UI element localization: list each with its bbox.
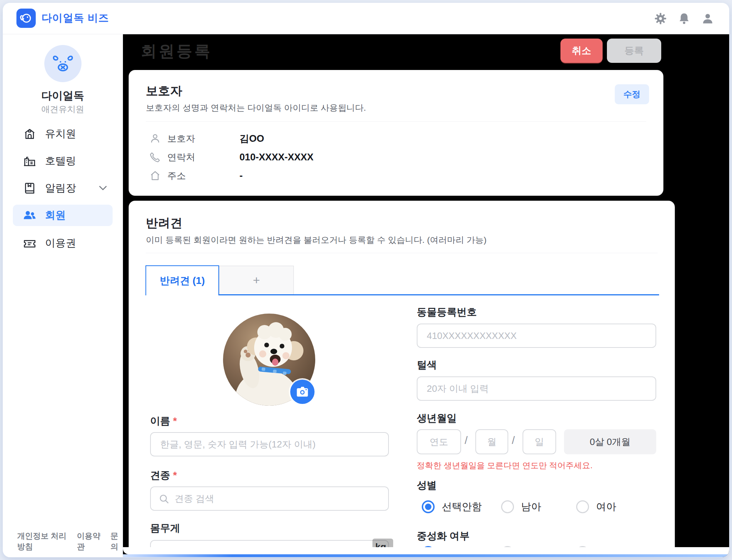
tab-underline xyxy=(219,294,659,295)
radio-icon xyxy=(501,500,514,513)
sidebar-item-label: 회원 xyxy=(45,208,66,222)
fur-color-label: 털색 xyxy=(417,358,437,372)
birth-day-input[interactable] xyxy=(523,429,556,454)
app-logo-icon xyxy=(16,9,36,28)
terms-link[interactable]: 이용약관 xyxy=(77,531,101,552)
sidebar-item-notes[interactable]: 알림장 xyxy=(13,178,113,199)
business-type: 애견유치원 xyxy=(3,104,123,115)
notifications-bell-icon[interactable] xyxy=(678,12,691,25)
breed-label: 견종* xyxy=(150,469,177,482)
topbar: 다이얼독 비즈 xyxy=(3,3,729,34)
window-bottom-edge xyxy=(123,547,729,554)
guardian-card: 보호자 보호자의 성명과 연락처는 다이얼독 아이디로 사용됩니다. 수정 보호… xyxy=(129,70,663,196)
guardian-info-rows: 보호자 김OO 연락처 010-XXXX-XXXX 주소 - xyxy=(146,129,646,185)
sidebar: 다이얼독 애견유치원 유치원 호텔링 xyxy=(3,34,123,557)
ticket-icon xyxy=(23,236,36,250)
guardian-name-row: 보호자 김OO xyxy=(146,129,646,148)
birthdate-label: 생년월일 xyxy=(417,411,457,425)
business-name: 다이얼독 xyxy=(3,89,123,103)
gender-option-male[interactable]: 남아 xyxy=(501,500,541,514)
window-bottom-glow xyxy=(123,554,729,557)
dog-card: 반려견 이미 등록된 회원이라면 원하는 반려견을 불러오거나 등록할 수 있습… xyxy=(129,201,675,555)
brand: 다이얼독 비즈 xyxy=(16,9,109,28)
guardian-phone-row: 연락처 010-XXXX-XXXX xyxy=(146,148,646,166)
business-avatar xyxy=(44,45,81,82)
sidebar-item-label: 알림장 xyxy=(45,181,76,195)
sidebar-item-passes[interactable]: 이용권 xyxy=(13,233,113,254)
page-title: 회원등록 xyxy=(141,41,212,62)
sidebar-item-kindergarten[interactable]: 유치원 xyxy=(13,124,113,144)
topbar-icons xyxy=(654,3,714,34)
birth-month-input[interactable] xyxy=(475,429,508,454)
upload-photo-button[interactable] xyxy=(290,380,315,404)
sidebar-item-label: 이용권 xyxy=(45,236,76,250)
notebook-icon xyxy=(23,181,36,195)
settings-gear-icon[interactable] xyxy=(654,12,667,25)
sidebar-item-hoteling[interactable]: 호텔링 xyxy=(13,151,113,171)
registration-number-input[interactable] xyxy=(417,324,656,348)
copyright: © 2021 Kickcrab. All rights reserved. xyxy=(17,556,123,557)
sidebar-footer: 개인정보 처리방침 이용약관 문의 © 2021 Kickcrab. All r… xyxy=(17,531,123,557)
register-button[interactable]: 등록 xyxy=(607,39,661,63)
computed-age-display: 0살 0개월 xyxy=(564,429,656,454)
edit-guardian-button[interactable]: 수정 xyxy=(615,84,649,104)
weight-label: 몸무게 xyxy=(150,521,180,535)
app-window: 다이얼독 비즈 xyxy=(3,3,729,557)
sidebar-item-members[interactable]: 회원 xyxy=(13,205,113,226)
divider xyxy=(146,253,658,253)
guardian-card-description: 보호자의 성명과 연락처는 다이얼독 아이디로 사용됩니다. xyxy=(146,102,366,114)
main-content: 회원등록 취소 등록 보호자 보호자의 성명과 연락처는 다이얼독 아이디로 사… xyxy=(123,34,729,557)
hoteling-icon xyxy=(23,154,36,168)
add-dog-tab[interactable]: + xyxy=(219,266,294,294)
birthdate-note: 정확한 생년월일을 모른다면 연도만 적어주세요. xyxy=(417,460,593,471)
camera-icon xyxy=(296,386,308,397)
dog-name-input[interactable] xyxy=(150,432,389,456)
guardian-card-title: 보호자 xyxy=(146,83,182,99)
cancel-button[interactable]: 취소 xyxy=(560,39,603,63)
home-icon xyxy=(149,170,161,181)
kindergarten-icon xyxy=(23,127,36,141)
registration-number-label: 동물등록번호 xyxy=(417,305,477,319)
name-label: 이름* xyxy=(150,414,177,428)
breed-search-input[interactable] xyxy=(150,486,389,511)
gender-option-none[interactable]: 선택안함 xyxy=(422,500,482,514)
gender-label: 성별 xyxy=(417,479,437,492)
neutered-label: 중성화 여부 xyxy=(417,529,470,543)
gender-option-female[interactable]: 여아 xyxy=(576,500,616,514)
phone-icon xyxy=(149,151,161,163)
contact-link[interactable]: 문의 xyxy=(110,531,123,552)
members-icon xyxy=(23,209,36,222)
guardian-address-row: 주소 - xyxy=(146,166,646,185)
chevron-down-icon xyxy=(99,186,107,191)
dog-card-description: 이미 등록된 회원이라면 원하는 반려견을 불러오거나 등록할 수 있습니다. … xyxy=(146,234,486,246)
search-icon xyxy=(159,494,169,504)
sidebar-item-label: 호텔링 xyxy=(45,154,76,168)
birth-year-input[interactable] xyxy=(417,429,461,454)
person-icon xyxy=(149,133,161,144)
divider xyxy=(146,121,646,122)
radio-icon xyxy=(576,500,589,513)
account-person-icon[interactable] xyxy=(701,12,714,25)
brand-name: 다이얼독 비즈 xyxy=(41,11,109,25)
fur-color-input[interactable] xyxy=(417,376,656,401)
radio-selected-icon xyxy=(422,500,435,513)
tab-dog-1[interactable]: 반려견 (1) xyxy=(145,265,219,295)
date-separator: / xyxy=(512,434,515,446)
privacy-policy-link[interactable]: 개인정보 처리방침 xyxy=(17,531,68,552)
birthdate-row: / / 0살 0개월 xyxy=(417,429,656,454)
dog-card-title: 반려견 xyxy=(146,215,182,231)
date-separator: / xyxy=(465,434,468,446)
sidebar-item-label: 유치원 xyxy=(45,127,76,141)
